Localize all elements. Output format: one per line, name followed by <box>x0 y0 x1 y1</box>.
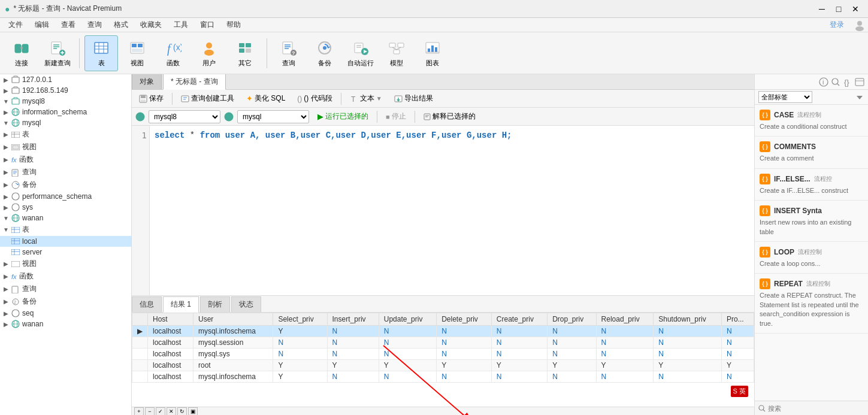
menu-file[interactable]: 文件 <box>2 19 29 31</box>
sidebar: ▶ 127.0.0.1 ▶ 192.168.5.149 ▼ mysql8 ▶ i… <box>0 74 132 415</box>
stop-button[interactable]: ■ 停止 <box>381 110 411 123</box>
cancel-row-button[interactable]: ✕ <box>167 407 176 416</box>
function-button[interactable]: f (x) 函数 <box>156 35 190 71</box>
col-header-user[interactable]: User <box>193 313 273 326</box>
snippet-item-loop[interactable]: { } LOOP 流程控制 Create a loop cons... <box>755 242 868 274</box>
sidebar-item-wanan-funcs[interactable]: ▶ fx 函数 <box>0 270 131 283</box>
snippet-item-case[interactable]: { } CASE 流程控制 Create a conditional const… <box>755 105 868 137</box>
menu-query[interactable]: 查询 <box>81 19 108 31</box>
sidebar-item-wanan-views[interactable]: ▶ 视图 <box>0 258 131 270</box>
sidebar-item-mysql-views[interactable]: ▶ 视图 <box>0 141 131 153</box>
minimize-button[interactable]: ─ <box>814 3 830 15</box>
db-selector-1[interactable]: mysql8 <box>149 110 220 123</box>
col-header-insert-priv[interactable]: Insert_priv <box>327 313 379 326</box>
sidebar-item-mysql-tables[interactable]: ▶ 表 <box>0 128 131 141</box>
sidebar-item-ip2[interactable]: ▶ 192.168.5.149 <box>0 85 131 96</box>
model-button[interactable]: 模型 <box>380 35 413 71</box>
menu-view[interactable]: 查看 <box>55 19 81 31</box>
snippet-item-repeat[interactable]: { } REPEAT 流程控制 Create a REPEAT construc… <box>755 274 868 334</box>
sidebar-item-mysql-db[interactable]: ▼ mysql <box>0 117 131 128</box>
user-button[interactable]: 用户 <box>192 35 226 71</box>
db-selector-2[interactable]: mysql <box>237 110 309 123</box>
info-icon[interactable]: i <box>819 77 828 87</box>
export-button[interactable]: 导出结果 <box>391 92 437 105</box>
sidebar-item-local[interactable]: ▶ local <box>0 236 131 247</box>
refresh-button[interactable]: ↻ <box>177 407 187 416</box>
result-tab-info[interactable]: 信息 <box>132 296 162 312</box>
view-button[interactable]: 视图 <box>120 35 154 71</box>
confirm-button[interactable]: ✓ <box>156 407 165 416</box>
sidebar-item-mysql-funcs[interactable]: ▶ fx 函数 <box>0 153 131 166</box>
col-header-select-priv[interactable]: Select_priv <box>273 313 327 326</box>
svg-rect-96 <box>141 99 146 102</box>
query-button[interactable]: ? 查询 <box>272 35 306 71</box>
sidebar-item-wanan-backup[interactable]: ▶ 2 备份 <box>0 295 131 308</box>
run-button[interactable]: ▶ 运行已选择的 <box>313 110 373 123</box>
snippet-item-insert[interactable]: { } INSERT Synta Insert new rows into an… <box>755 201 868 242</box>
tag-selector[interactable]: 全部标签 <box>758 91 812 103</box>
sidebar-item-ip1[interactable]: ▶ 127.0.0.1 <box>0 74 131 85</box>
explain-button[interactable]: 解释已选择的 <box>419 110 480 123</box>
col-header-drop-priv[interactable]: Drop_priv <box>548 313 596 326</box>
sidebar-item-sys[interactable]: ▶ sys <box>0 202 131 213</box>
close-button[interactable]: ✕ <box>848 3 863 15</box>
table-button[interactable]: 表 <box>84 35 118 71</box>
delete-row-button[interactable]: − <box>145 407 155 416</box>
snippet-search-input[interactable] <box>768 405 864 412</box>
col-header-pro[interactable]: Pro... <box>722 313 754 326</box>
snippet-item-comments[interactable]: { } COMMENTS Create a comment <box>755 137 868 168</box>
search-icon-right[interactable] <box>831 77 840 87</box>
maximize-button[interactable]: □ <box>831 3 846 15</box>
svg-rect-26 <box>246 43 251 47</box>
result-tab-status[interactable]: 状态 <box>231 296 261 312</box>
sidebar-item-wanan-queries[interactable]: ▶ 查询 <box>0 283 131 295</box>
sidebar-item-perf-schema[interactable]: ▶ performance_schema <box>0 191 131 202</box>
menu-favorites[interactable]: 收藏夹 <box>134 19 168 31</box>
sidebar-item-info-schema[interactable]: ▶ information_schema <box>0 107 131 117</box>
sidebar-item-seq[interactable]: ▶ seq <box>0 308 131 319</box>
sidebar-item-wanan2[interactable]: ▶ wanan <box>0 319 131 329</box>
add-row-button[interactable]: + <box>134 407 144 416</box>
result-tab-profile[interactable]: 剖析 <box>200 296 230 312</box>
login-button[interactable]: 登录 <box>824 19 850 31</box>
menu-help[interactable]: 帮助 <box>220 19 247 31</box>
col-header-host[interactable]: Host <box>148 313 193 326</box>
sidebar-item-wanan[interactable]: ▼ wanan <box>0 213 131 223</box>
save-button[interactable]: 保存 <box>135 92 167 105</box>
backup-button[interactable]: 备份 <box>308 35 341 71</box>
menu-format[interactable]: 格式 <box>108 19 134 31</box>
result-tab-result1[interactable]: 结果 1 <box>163 296 199 313</box>
other-button[interactable]: 其它 <box>228 35 262 71</box>
col-header-shutdown-priv[interactable]: Shutdown_priv <box>654 313 722 326</box>
tab-query[interactable]: * 无标题 - 查询 <box>163 74 226 90</box>
sidebar-item-mysql-queries[interactable]: ▶ 查询 <box>0 166 131 178</box>
connect-button[interactable]: 连接 <box>5 35 38 71</box>
sidebar-item-wanan-tables[interactable]: ▼ 表 <box>0 223 131 236</box>
menu-window[interactable]: 窗口 <box>194 19 220 31</box>
menu-tools[interactable]: 工具 <box>168 19 194 31</box>
new-query-button[interactable]: 新建查询 <box>41 35 74 71</box>
tab-object[interactable]: 对象 <box>132 74 162 89</box>
col-header-update-priv[interactable]: Update_priv <box>379 313 436 326</box>
snippet-item-ifelse[interactable]: { } IF...ELSE... 流程控 Create a IF...ELSE.… <box>755 169 868 201</box>
braces-icon[interactable]: {} <box>843 77 852 87</box>
user-avatar[interactable] <box>854 19 866 31</box>
code-snippet-button[interactable]: () () 代码段 <box>294 92 335 105</box>
query-creator-button[interactable]: 查询创建工具 <box>177 92 238 105</box>
menu-edit[interactable]: 编辑 <box>29 19 55 31</box>
chart-button[interactable]: 图表 <box>416 35 449 71</box>
svg-rect-43 <box>398 43 404 47</box>
cell-host: localhost <box>148 360 193 371</box>
filter-button[interactable]: ▣ <box>188 407 198 416</box>
sidebar-item-server[interactable]: ▶ server <box>0 247 131 258</box>
col-header-reload-priv[interactable]: Reload_priv <box>596 313 654 326</box>
table-right-icon[interactable] <box>855 77 864 87</box>
col-header-delete-priv[interactable]: Delete_priv <box>437 313 492 326</box>
autorun-button[interactable]: 自动运行 <box>344 35 377 71</box>
sql-content[interactable]: select * from user A, user B,user C,user… <box>150 126 754 295</box>
sidebar-item-mysql8[interactable]: ▼ mysql8 <box>0 96 131 107</box>
sidebar-item-mysql-backup[interactable]: ▶ 备份 <box>0 178 131 191</box>
col-header-create-priv[interactable]: Create_priv <box>491 313 547 326</box>
text-button[interactable]: T 文本 ▼ <box>346 92 386 105</box>
beautify-button[interactable]: ✦ 美化 SQL <box>243 92 289 105</box>
